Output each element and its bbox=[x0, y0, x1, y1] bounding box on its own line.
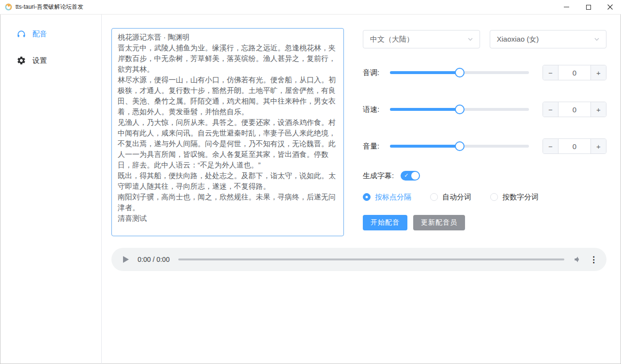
radio-icon bbox=[430, 193, 438, 201]
sidebar: 配音 设置 bbox=[0, 15, 102, 364]
player-time: 0:00 / 0:00 bbox=[138, 256, 170, 263]
radio-punctuation-split[interactable]: 按标点分隔 bbox=[363, 193, 411, 202]
radio-auto-segmentation[interactable]: 自动分词 bbox=[430, 193, 471, 202]
pitch-slider[interactable] bbox=[390, 71, 529, 74]
language-select[interactable]: 中文（大陆） bbox=[363, 30, 480, 48]
sidebar-item-settings[interactable]: 设置 bbox=[0, 51, 101, 70]
voice-controls: 中文（大陆） Xiaoxiao (女) bbox=[363, 28, 606, 236]
slider-handle[interactable] bbox=[455, 68, 465, 77]
update-voices-button[interactable]: 更新配音员 bbox=[413, 215, 465, 230]
volume-value[interactable]: 0 bbox=[559, 139, 590, 153]
slider-fill bbox=[390, 108, 460, 111]
tts-text-input[interactable]: 桃花源记东晋 · 陶渊明 晋太元中，武陵人捕鱼为业。缘溪行，忘路之远近。忽逢桃花… bbox=[111, 28, 344, 236]
volume-label: 音量: bbox=[363, 142, 390, 151]
subtitle-label: 生成字幕: bbox=[363, 171, 394, 181]
voice-select-value: Xiaoxiao (女) bbox=[497, 35, 539, 44]
language-select-value: 中文（大陆） bbox=[370, 35, 414, 44]
close-button[interactable] bbox=[599, 0, 621, 14]
titlebar: tts-tauri-吾爱破解论坛首发 bbox=[0, 0, 621, 15]
slider-handle[interactable] bbox=[455, 105, 465, 114]
play-button[interactable] bbox=[121, 254, 131, 265]
subtitle-toggle[interactable]: ✓ bbox=[401, 171, 420, 181]
sidebar-item-label: 设置 bbox=[32, 56, 47, 65]
slider-fill bbox=[390, 145, 460, 148]
speed-row: 语速: − 0 + bbox=[363, 102, 606, 117]
kebab-menu-icon[interactable]: ⋮ bbox=[590, 256, 598, 264]
increase-button[interactable]: + bbox=[590, 139, 606, 153]
speed-value[interactable]: 0 bbox=[559, 102, 590, 117]
pitch-label: 音调: bbox=[363, 68, 390, 77]
player-timeline[interactable] bbox=[178, 258, 564, 260]
subtitle-row: 生成字幕: ✓ bbox=[363, 170, 606, 182]
speed-slider[interactable] bbox=[390, 108, 529, 111]
minimize-icon bbox=[564, 7, 569, 7]
increase-button[interactable]: + bbox=[590, 65, 606, 80]
app-window: tts-tauri-吾爱破解论坛首发 bbox=[0, 0, 621, 364]
headphones-icon bbox=[16, 29, 26, 39]
window-title: tts-tauri-吾爱破解论坛首发 bbox=[16, 3, 83, 11]
maximize-icon bbox=[586, 5, 591, 10]
slider-fill bbox=[390, 71, 460, 74]
decrease-button[interactable]: − bbox=[543, 102, 559, 117]
radio-icon bbox=[363, 193, 371, 201]
check-icon: ✓ bbox=[404, 173, 408, 178]
radio-number-segmentation[interactable]: 按数字分词 bbox=[490, 193, 539, 202]
start-dubbing-button[interactable]: 开始配音 bbox=[363, 215, 407, 230]
decrease-button[interactable]: − bbox=[543, 139, 559, 153]
maximize-button[interactable] bbox=[577, 0, 599, 14]
action-buttons: 开始配音 更新配音员 bbox=[363, 215, 606, 230]
main-panel: 桃花源记东晋 · 陶渊明 晋太元中，武陵人捕鱼为业。缘溪行，忘路之远近。忽逢桃花… bbox=[102, 15, 621, 364]
segmentation-options: 按标点分隔 自动分词 按数字分词 bbox=[363, 192, 606, 202]
pitch-stepper: − 0 + bbox=[543, 65, 606, 80]
volume-stepper: − 0 + bbox=[543, 138, 606, 154]
window-controls bbox=[556, 0, 621, 14]
pitch-row: 音调: − 0 + bbox=[363, 65, 606, 80]
chevron-down-icon bbox=[467, 36, 474, 43]
toggle-knob bbox=[411, 172, 419, 180]
close-icon bbox=[607, 4, 613, 10]
minimize-button[interactable] bbox=[556, 0, 577, 14]
volume-row: 音量: − 0 + bbox=[363, 138, 606, 154]
radio-icon bbox=[490, 193, 498, 201]
volume-button[interactable] bbox=[573, 255, 583, 264]
play-icon bbox=[123, 256, 129, 263]
sidebar-item-dubbing[interactable]: 配音 bbox=[0, 24, 101, 44]
gear-icon bbox=[16, 56, 26, 65]
audio-player: 0:00 / 0:00 ⋮ bbox=[111, 248, 606, 271]
volume-icon bbox=[573, 255, 583, 264]
speed-stepper: − 0 + bbox=[543, 102, 606, 117]
volume-slider[interactable] bbox=[390, 145, 529, 148]
decrease-button[interactable]: − bbox=[543, 65, 559, 80]
app-icon bbox=[5, 3, 12, 11]
slider-handle[interactable] bbox=[455, 141, 465, 151]
sidebar-item-label: 配音 bbox=[32, 30, 47, 39]
chevron-down-icon bbox=[593, 36, 600, 43]
increase-button[interactable]: + bbox=[590, 102, 606, 117]
voice-select[interactable]: Xiaoxiao (女) bbox=[490, 30, 607, 48]
pitch-value[interactable]: 0 bbox=[559, 65, 590, 80]
speed-label: 语速: bbox=[363, 105, 390, 114]
